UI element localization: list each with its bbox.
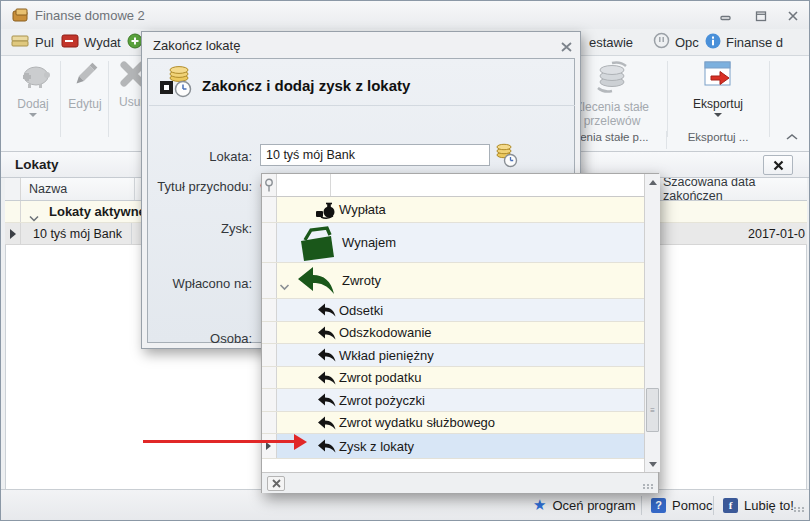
- tab-opcje[interactable]: Opc: [653, 29, 699, 55]
- column-header-data[interactable]: Szacowana data zakończen: [659, 178, 807, 200]
- window-title: Finanse domowe 2: [35, 1, 145, 29]
- popup-item-label: Zwroty: [342, 263, 381, 298]
- ribbon-collapse-icon[interactable]: [785, 128, 799, 146]
- paid-into-label: Wpłacono na:: [152, 276, 252, 291]
- popup-item-label: Wypłata: [339, 197, 386, 222]
- row-header-cell: [262, 223, 277, 262]
- chevron-down-icon: [29, 113, 37, 117]
- divider: [149, 105, 575, 106]
- popup-resize-grip[interactable]: [643, 484, 654, 489]
- panel-close-button[interactable]: [763, 155, 793, 175]
- return-arrow-icon: [317, 439, 336, 458]
- panel-title: Lokaty: [15, 152, 59, 177]
- app-window: Finanse domowe 2 Pul Wydat estawie Opc: [0, 0, 810, 521]
- chevron-down-icon: [714, 113, 722, 117]
- dialog-title: Zakończ lokatę: [153, 32, 240, 58]
- row-header-cell: [262, 367, 277, 388]
- tab-wydatki[interactable]: Wydat: [61, 29, 121, 55]
- pin-cell[interactable]: [262, 174, 277, 196]
- popup-item-zwrot-podatku[interactable]: Zwrot podatku: [262, 367, 644, 389]
- close-x-icon: [773, 160, 784, 171]
- options-icon: [653, 32, 670, 52]
- filter-row: [262, 174, 644, 197]
- button-label: Eksportuj: [668, 97, 768, 111]
- rate-program-link[interactable]: ★ Oceń program: [533, 490, 636, 520]
- popup-item-label: Zwrot wydatku służbowego: [339, 412, 495, 433]
- coin-stack-arrows-icon: [594, 60, 630, 94]
- annotation-arrow-line: [143, 440, 295, 443]
- tab-pulpit[interactable]: Pul: [11, 29, 54, 55]
- add-button[interactable]: Dodaj: [9, 60, 57, 144]
- tab-finanse-domowe[interactable]: Finanse d: [705, 29, 783, 55]
- row-header-cell: [262, 389, 277, 411]
- minimize-button[interactable]: [712, 7, 740, 24]
- popup-scrollbar[interactable]: ≡: [644, 174, 660, 472]
- popup-item-label: Zysk z lokaty: [339, 434, 414, 458]
- return-arrow-icon: [296, 266, 336, 301]
- clear-filter-button[interactable]: [267, 476, 285, 491]
- row-header-cell: [262, 263, 277, 298]
- popup-item-odsetki[interactable]: Odsetki: [262, 299, 644, 322]
- expander-chevron-icon[interactable]: [279, 277, 290, 295]
- column-header-nazwa[interactable]: Nazwa: [25, 178, 135, 200]
- pin-icon: [264, 178, 274, 193]
- return-arrow-icon: [317, 326, 336, 345]
- scroll-thumb[interactable]: ≡: [646, 388, 659, 432]
- divider: [713, 496, 714, 515]
- app-icon: [12, 7, 30, 27]
- popup-item-label: Odszkodowanie: [339, 322, 432, 343]
- row-indicator-icon: [266, 442, 271, 450]
- group-caption-eksportuj: Eksportuj ...: [667, 131, 769, 149]
- cash-icon: [11, 33, 30, 51]
- dialog-close-button[interactable]: [560, 39, 573, 57]
- restore-button[interactable]: [747, 7, 775, 24]
- popup-item-wynajem[interactable]: Wynajem: [262, 223, 644, 263]
- popup-item-zysk-z-lokaty[interactable]: Zysk z lokaty: [262, 434, 644, 459]
- popup-item-label: Zwrot pożyczki: [339, 389, 425, 411]
- deposit-history-icon[interactable]: [495, 143, 518, 172]
- status-label: Pomoc: [672, 498, 712, 513]
- help-icon: ?: [651, 498, 666, 513]
- scroll-up-button[interactable]: [645, 174, 660, 190]
- tab-label: Wydat: [84, 35, 121, 50]
- return-arrow-icon: [317, 371, 336, 390]
- tab-label: Finanse d: [726, 35, 783, 50]
- divider: [641, 496, 642, 515]
- return-arrow-icon: [317, 348, 336, 367]
- return-arrow-icon: [317, 416, 336, 435]
- profit-label: Zysk:: [152, 221, 252, 236]
- deposit-name-cell: 10 tyś mój Bank: [33, 223, 122, 244]
- export-icon: [703, 60, 733, 90]
- row-indicator-icon: [10, 229, 16, 239]
- pencil-icon: [70, 60, 100, 90]
- popup-item-odszkodowanie[interactable]: Odszkodowanie: [262, 322, 644, 344]
- status-label: Oceń program: [552, 498, 635, 513]
- popup-item-zwroty[interactable]: Zwroty: [262, 263, 644, 299]
- popup-item-zwrot-pozyczki[interactable]: Zwrot pożyczki: [262, 389, 644, 412]
- deposit-clock-icon: [158, 64, 192, 102]
- help-link[interactable]: ? Pomoc: [651, 490, 712, 520]
- status-label: Lubię to!: [744, 498, 794, 513]
- dialog-heading: Zakończ i dodaj zysk z lokaty: [202, 67, 410, 103]
- filter-cell[interactable]: [277, 174, 331, 196]
- popup-item-zwrot-wydatku[interactable]: Zwrot wydatku służbowego: [262, 412, 644, 434]
- scroll-down-button[interactable]: [645, 456, 660, 472]
- edit-button[interactable]: Edytuj: [63, 60, 107, 144]
- return-arrow-icon: [317, 393, 336, 412]
- close-button[interactable]: [779, 7, 807, 24]
- facebook-like-link[interactable]: f Lubię to!: [723, 490, 794, 520]
- category-dropdown-popup: Wypłata Wynajem Zwroty Odsetki: [261, 173, 659, 493]
- filter-cell[interactable]: [331, 174, 644, 196]
- popup-item-wklad-pieniezny[interactable]: Wkład pieniężny: [262, 344, 644, 367]
- resize-grip[interactable]: [794, 507, 805, 512]
- title-bar: Finanse domowe 2: [1, 1, 809, 29]
- button-label: Dodaj: [9, 97, 57, 111]
- popup-item-wyplata[interactable]: Wypłata: [262, 197, 644, 223]
- popup-item-label: Odsetki: [339, 299, 383, 321]
- lokata-field[interactable]: 10 tyś mój Bank: [260, 144, 490, 166]
- person-label: Osoba:: [152, 331, 252, 346]
- return-arrow-icon: [317, 303, 336, 322]
- popup-item-label: Zwrot podatku: [339, 367, 421, 388]
- row-header-cell: [262, 322, 277, 343]
- tab-zestawienia[interactable]: estawie: [589, 29, 633, 55]
